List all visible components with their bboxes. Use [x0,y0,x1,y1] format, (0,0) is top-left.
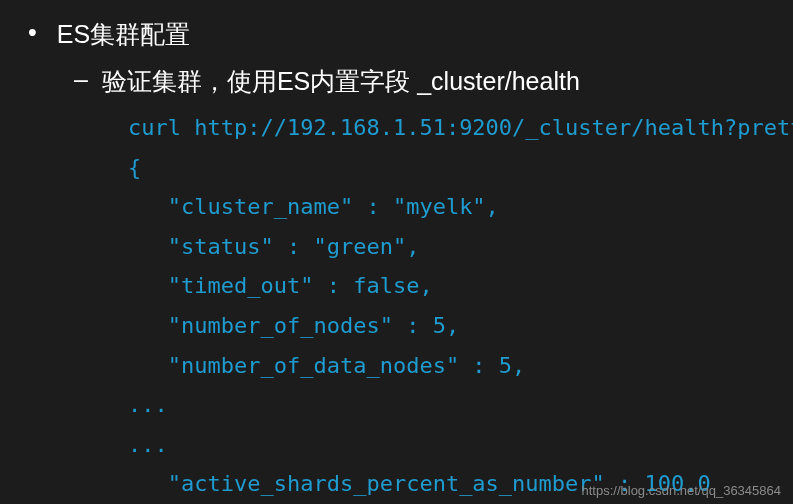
heading-level2: – 验证集群，使用ES内置字段 _cluster/health [74,65,773,98]
code-line: "status" : "green", [128,227,773,267]
code-line: { [128,148,773,188]
heading-level1: • ES集群配置 [20,18,773,51]
code-block: curl http://192.168.1.51:9200/_cluster/h… [128,108,773,504]
code-line: curl http://192.168.1.51:9200/_cluster/h… [128,108,773,148]
code-line: ... [128,425,773,465]
code-line: "number_of_data_nodes" : 5, [128,346,773,386]
code-line: ... [128,385,773,425]
dash-icon: – [74,65,88,94]
bullet-icon: • [28,18,37,47]
watermark-text: https://blog.csdn.net/qq_36345864 [582,483,782,498]
heading-text: ES集群配置 [57,18,190,51]
code-line: "timed_out" : false, [128,266,773,306]
subheading-text: 验证集群，使用ES内置字段 _cluster/health [102,65,580,98]
code-line: "number_of_nodes" : 5, [128,306,773,346]
slide-content: • ES集群配置 – 验证集群，使用ES内置字段 _cluster/health… [0,0,793,504]
code-line: "cluster_name" : "myelk", [128,187,773,227]
